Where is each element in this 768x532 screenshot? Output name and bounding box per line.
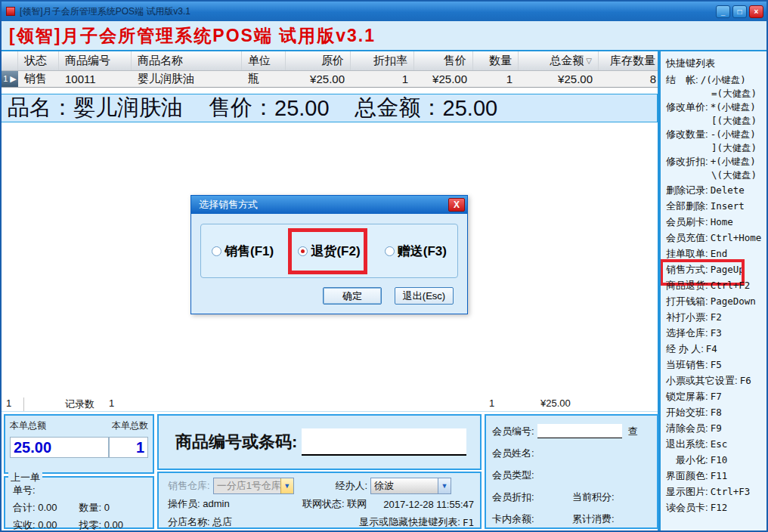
shortcut-label: 小票或其它设置:	[666, 374, 738, 388]
radio-option-1[interactable]: 销售(F1)	[212, 243, 274, 260]
shortcut-label: 开始交班:	[666, 406, 708, 419]
member-no-input[interactable]	[537, 424, 622, 438]
exit-button[interactable]: 退出(Esc)	[395, 287, 454, 305]
column-header-8[interactable]: 数量	[473, 51, 519, 70]
close-icon[interactable]: ×	[749, 5, 763, 18]
column-header-3[interactable]: 商品名称	[132, 51, 242, 70]
row-cell-7[interactable]: ¥25.00	[414, 71, 473, 87]
table-header: 状态商品编号商品名称单位原价折扣率售价数量总金额▽库存数量	[2, 51, 658, 71]
shortcut-key: [(大健盘)	[709, 115, 757, 128]
shortcut-item: 修改数量:-(小键盘)	[666, 128, 766, 141]
operator-info-panel: 销售仓库: 一分店1号仓库 ▼ 经办人: 徐波 ▼ 操作员: ad	[157, 472, 482, 529]
shortcut-item: \(大健盘)	[666, 169, 766, 182]
column-header-10[interactable]: 库存数量	[599, 51, 662, 70]
dialog-close-icon[interactable]: X	[448, 198, 465, 212]
minimize-icon[interactable]: _	[716, 5, 730, 18]
shortcut-sidebar: 快捷键列表 结 帐:/(小键盘)=(大健盘)修改单价:*(小键盘)[(大健盘)修…	[659, 51, 766, 530]
row-cell-2[interactable]: 10011	[59, 71, 132, 87]
member-type-label: 会员类型:	[492, 469, 534, 482]
shortcut-item: 当班销售:F5	[666, 357, 766, 373]
member-discount-label: 会员折扣:	[492, 490, 572, 504]
item-price-value: 25.00	[274, 96, 330, 121]
shortcut-item: 全部删除:Insert	[666, 198, 766, 214]
column-header-4[interactable]: 单位	[242, 51, 286, 70]
column-header-5[interactable]: 原价	[286, 51, 351, 70]
maximize-icon[interactable]: □	[732, 5, 747, 18]
shortcut-key: F9	[708, 422, 722, 434]
sum-quantity: 1	[489, 397, 494, 409]
table-row[interactable]: 1 ▶销售10011婴儿润肤油瓶¥25.001¥25.001¥25.008	[2, 71, 658, 88]
shortcut-key: F10	[708, 454, 728, 466]
column-header-9[interactable]: 总金额▽	[519, 51, 599, 70]
column-header-2[interactable]: 商品编号	[59, 51, 132, 70]
shortcut-key: +(小键盘)	[708, 156, 756, 169]
shortcut-list: 结 帐:/(小键盘)=(大健盘)修改单价:*(小键盘)[(大健盘)修改数量:-(…	[666, 73, 766, 515]
row-cell-9[interactable]: ¥25.00	[519, 71, 599, 87]
column-header-1[interactable]: 状态	[18, 51, 59, 70]
shortcut-key: Ctrl+F3	[708, 486, 751, 497]
shortcut-label: 销售方式:	[666, 263, 708, 277]
window-controls: _ □ ×	[716, 5, 763, 18]
shortcut-key: Home	[708, 216, 733, 227]
shortcut-key: *(小键盘)	[708, 101, 756, 114]
row-cell-5[interactable]: ¥25.00	[286, 71, 351, 87]
last-order-qty: 数量: 0	[79, 501, 146, 515]
hotkey-hint-label: 显示或隐藏快捷键列表:	[359, 515, 460, 529]
shortcut-label: 会员刷卡:	[666, 215, 708, 229]
row-cell-8[interactable]: 1	[473, 71, 519, 87]
radio-label: 赠送(F3)	[398, 243, 447, 260]
shortcut-label: 锁定屏幕:	[666, 390, 708, 404]
shortcut-item: 修改折扣:+(小键盘)	[666, 155, 766, 169]
row-cell-4[interactable]: 瓶	[242, 71, 286, 87]
warehouse-select[interactable]: 一分店1号仓库 ▼	[213, 478, 294, 494]
dialog-titlebar[interactable]: 选择销售方式 X	[191, 196, 467, 214]
shortcut-key: F12	[708, 502, 728, 513]
chevron-down-icon[interactable]: ▼	[438, 478, 451, 493]
shortcut-label: 补打小票:	[666, 311, 708, 324]
handler-label: 经办人:	[335, 479, 367, 493]
row-cell-10[interactable]: 8	[599, 71, 662, 87]
item-total-value: 25.00	[443, 96, 498, 121]
current-item-display: 品名：婴儿润肤油 售价：25.00 总金额：25.00	[2, 94, 658, 122]
member-balance-label: 卡内余额:	[492, 512, 572, 526]
confirm-button[interactable]: 确定	[323, 287, 382, 305]
sort-desc-icon: ▽	[586, 57, 592, 65]
shortcut-label: 当班销售:	[666, 358, 708, 372]
network-status: 联网状态: 联网	[302, 497, 383, 511]
chevron-down-icon[interactable]: ▼	[280, 478, 293, 493]
shortcut-item: 显示图片:Ctrl+F3	[666, 484, 766, 500]
shortcut-item: 删除记录:Delete	[666, 182, 766, 198]
shortcut-key: PageUp	[708, 264, 745, 275]
sale-mode-options-group: 销售(F1)退货(F2)赠送(F3)	[200, 224, 458, 278]
column-header-6[interactable]: 折扣率	[351, 51, 414, 70]
shortcut-key: Delete	[708, 184, 745, 196]
column-header-7[interactable]: 售价	[414, 51, 473, 70]
shortcut-item: 挂单取单:End	[666, 246, 766, 261]
row-cell-1[interactable]: 销售	[18, 71, 59, 87]
shortcut-item: 开始交班:F8	[666, 404, 766, 420]
row-cell-3[interactable]: 婴儿润肤油	[132, 71, 242, 87]
branch-name: 分店名称: 总店	[168, 515, 359, 529]
window-title: [领智]月子会所管理系统POS端 试用版v3.1	[20, 5, 716, 18]
shortcut-label: 结 帐:	[666, 73, 698, 87]
radio-icon[interactable]	[385, 246, 395, 256]
row-cell-6[interactable]: 1	[351, 71, 414, 87]
app-header: [领智]月子会所管理系统POS端 试用版v3.1	[2, 21, 766, 51]
radio-icon[interactable]	[298, 246, 308, 256]
radio-option-3[interactable]: 赠送(F3)	[385, 243, 447, 260]
window-titlebar[interactable]: [领智]月子会所管理系统POS端 试用版v3.1 _ □ ×	[2, 2, 766, 21]
handler-value: 徐波	[371, 478, 438, 493]
radio-option-2[interactable]: 退货(F2)	[298, 243, 360, 260]
shortcut-key: ](大健盘)	[709, 142, 757, 155]
shortcut-item: 最小化:F10	[666, 452, 766, 468]
shortcut-label: 挂单取单:	[666, 247, 708, 261]
item-price-label: 售价：	[209, 93, 274, 123]
shortcut-label: 修改单价:	[666, 101, 708, 114]
handler-select[interactable]: 徐波 ▼	[370, 478, 451, 494]
barcode-input[interactable]	[302, 428, 466, 456]
radio-icon[interactable]	[212, 246, 221, 256]
shortcut-label: 修改数量:	[666, 128, 708, 141]
last-order-no: 单号:	[13, 484, 82, 497]
member-search-button[interactable]: 查	[628, 425, 638, 438]
page-indicator: 1	[2, 397, 24, 413]
